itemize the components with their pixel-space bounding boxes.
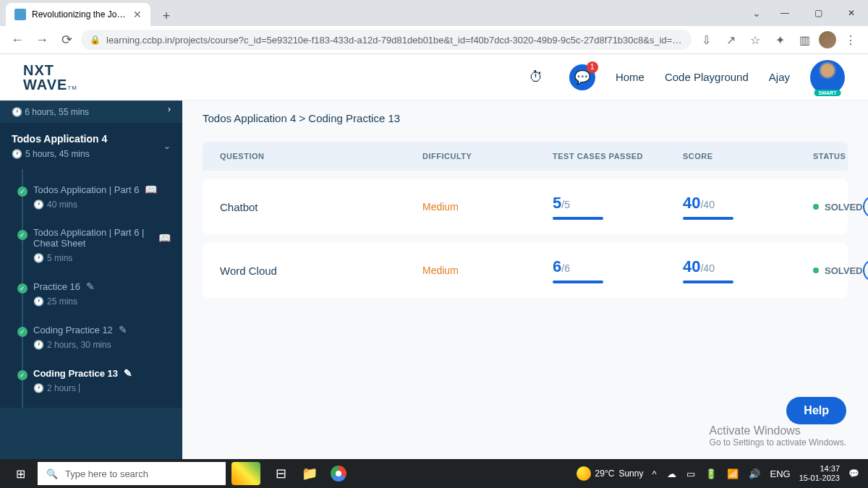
- sidebar-item-label: Todos Application | Part 6: [33, 184, 139, 195]
- taskbar-search[interactable]: 🔍 Type here to search: [38, 462, 226, 485]
- sidebar-item-time: 5 mins: [47, 253, 72, 263]
- sidebar-section-time: 5 hours, 45 mins: [25, 149, 90, 159]
- menu-icon[interactable]: ⋮: [841, 30, 861, 50]
- system-tray[interactable]: ^ ☁ ▭ 🔋 📶 🔊 ENG: [649, 468, 793, 479]
- meet-icon[interactable]: ▭: [684, 468, 698, 479]
- sidebar-item[interactable]: ✓ Todos Application | Part 6 | Cheat She…: [0, 218, 182, 272]
- sidebar-prev-section[interactable]: › 🕐 6 hours, 55 mins: [0, 100, 182, 123]
- timer-icon[interactable]: ⏱: [523, 64, 549, 90]
- sidebar-item-label: Todos Application | Part 6 | Cheat Sheet: [33, 227, 153, 249]
- search-icon: 🔍: [46, 468, 58, 479]
- star-icon[interactable]: ☆: [745, 30, 765, 50]
- taskbar: ⊞ 🔍 Type here to search ⊟ 📁 29°C Sunny ^…: [0, 459, 868, 488]
- sidebar-item[interactable]: ✓ Practice 16✎ 🕐25 mins: [0, 272, 182, 315]
- chat-icon[interactable]: 💬1: [569, 64, 595, 90]
- notifications-icon[interactable]: 💬: [846, 468, 862, 479]
- logo[interactable]: NXT WAVETM: [23, 63, 77, 92]
- volume-icon[interactable]: 🔊: [746, 468, 763, 479]
- browser-tab-bar: Revolutionizing the Job Market | ✕ + ⌄ ―…: [0, 0, 868, 26]
- close-window-button[interactable]: ✕: [835, 1, 868, 25]
- tray-chevron-icon[interactable]: ^: [649, 468, 659, 479]
- table-header: QUESTION DIFFICULTY TEST CASES PASSED SC…: [203, 142, 848, 171]
- sidebar-section-title: Todos Application 4: [12, 133, 171, 145]
- chrome-icon[interactable]: [324, 459, 353, 488]
- open-question-button[interactable]: →: [863, 195, 869, 218]
- question-name: Chatbot: [220, 201, 422, 213]
- tests-metric: 5/5: [553, 194, 683, 220]
- tab-close-icon[interactable]: ✕: [133, 9, 142, 20]
- sun-icon: [576, 466, 591, 481]
- app-header: NXT WAVETM ⏱ 💬1 Home Code Playground Aja…: [0, 54, 868, 100]
- lock-icon: 🔒: [90, 35, 101, 45]
- question-difficulty: Medium: [422, 201, 553, 213]
- check-icon: ✓: [17, 327, 27, 337]
- battery-icon[interactable]: 🔋: [702, 468, 720, 479]
- col-question: QUESTION: [220, 152, 422, 160]
- sidebar-prev-time: 6 hours, 55 mins: [25, 107, 89, 117]
- score-metric: 40/40: [683, 194, 813, 220]
- table-row[interactable]: Chatbot Medium 5/5 40/40 SOLVED →: [203, 179, 848, 234]
- sidebar-item-time: 2 hours: [47, 383, 76, 393]
- file-explorer-icon[interactable]: 📁: [295, 459, 324, 488]
- maximize-button[interactable]: ▢: [801, 1, 835, 25]
- check-icon: ✓: [17, 230, 27, 240]
- sidebar-item-time: 2 hours, 30 mins: [47, 340, 111, 350]
- user-avatar[interactable]: [810, 60, 845, 95]
- sidepanel-icon[interactable]: ▥: [794, 30, 814, 50]
- col-tests: TEST CASES PASSED: [553, 152, 683, 160]
- url-text: learning.ccbp.in/projects/course?c_id=5e…: [106, 35, 683, 46]
- network-icon[interactable]: 📶: [724, 468, 741, 479]
- sidebar-item-label: Coding Practice 13: [33, 368, 118, 379]
- check-icon: ✓: [17, 283, 27, 294]
- check-icon: ✓: [17, 187, 27, 197]
- logo-line1: NXT: [23, 63, 77, 77]
- language-indicator[interactable]: ENG: [767, 468, 793, 479]
- tests-metric: 6/6: [553, 257, 683, 283]
- tab-title: Revolutionizing the Job Market |: [32, 9, 127, 20]
- extensions-icon[interactable]: ✦: [770, 30, 790, 50]
- sidebar-item-time: 40 mins: [47, 200, 77, 210]
- logo-line2: WAVE: [23, 77, 67, 93]
- sidebar-item[interactable]: ✓ Coding Practice 12✎ 🕐2 hours, 30 mins: [0, 315, 182, 359]
- forward-button[interactable]: →: [32, 30, 52, 50]
- url-input[interactable]: 🔒 learning.ccbp.in/projects/course?c_id=…: [81, 30, 692, 50]
- sidebar-item[interactable]: ✓ Todos Application | Part 6📖 🕐40 mins: [0, 175, 182, 218]
- decorative-icon: [231, 462, 260, 485]
- col-score: SCORE: [683, 152, 813, 160]
- nav-playground[interactable]: Code Playground: [665, 71, 749, 83]
- sidebar-section[interactable]: Todos Application 4 🕐5 hours, 45 mins ⌄: [0, 123, 182, 169]
- status-badge: SOLVED: [813, 265, 863, 276]
- new-tab-button[interactable]: +: [156, 6, 176, 26]
- minimize-button[interactable]: ―: [768, 1, 801, 25]
- back-button[interactable]: ←: [7, 30, 27, 50]
- breadcrumb[interactable]: Todos Application 4 > Coding Practice 13: [182, 100, 868, 136]
- edit-icon: ✎: [86, 281, 95, 292]
- chevron-down-icon[interactable]: ⌄: [752, 7, 761, 19]
- onedrive-icon[interactable]: ☁: [664, 468, 679, 479]
- chevron-down-icon: ⌄: [163, 141, 171, 151]
- task-view-icon[interactable]: ⊟: [266, 459, 295, 488]
- score-metric: 40/40: [683, 257, 813, 283]
- share-icon[interactable]: ↗: [720, 30, 741, 50]
- chevron-right-icon: ›: [168, 104, 171, 114]
- help-button[interactable]: Help: [786, 397, 846, 424]
- clock[interactable]: 14:37 15-01-2023: [793, 464, 846, 483]
- reload-button[interactable]: ⟳: [56, 30, 77, 50]
- question-name: Word Cloud: [220, 265, 422, 277]
- nav-user[interactable]: Ajay: [769, 71, 790, 83]
- question-difficulty: Medium: [422, 265, 553, 276]
- start-button[interactable]: ⊞: [6, 459, 35, 488]
- edit-icon: ✎: [119, 324, 127, 335]
- weather-widget[interactable]: 29°C Sunny: [576, 466, 644, 481]
- install-icon[interactable]: ⇩: [696, 30, 716, 50]
- sidebar: › 🕐 6 hours, 55 mins Todos Application 4…: [0, 100, 182, 488]
- nav-home[interactable]: Home: [616, 71, 644, 83]
- open-question-button[interactable]: →: [863, 259, 869, 282]
- tab-favicon: [14, 9, 26, 20]
- browser-tab[interactable]: Revolutionizing the Job Market | ✕: [6, 3, 150, 26]
- address-bar: ← → ⟳ 🔒 learning.ccbp.in/projects/course…: [0, 26, 868, 53]
- book-icon: 📖: [145, 184, 157, 195]
- table-row[interactable]: Word Cloud Medium 6/6 40/40 SOLVED →: [203, 243, 848, 298]
- sidebar-item-active[interactable]: ✓ Coding Practice 13✎ 🕐2 hours: [0, 359, 182, 402]
- profile-avatar[interactable]: [819, 31, 836, 48]
